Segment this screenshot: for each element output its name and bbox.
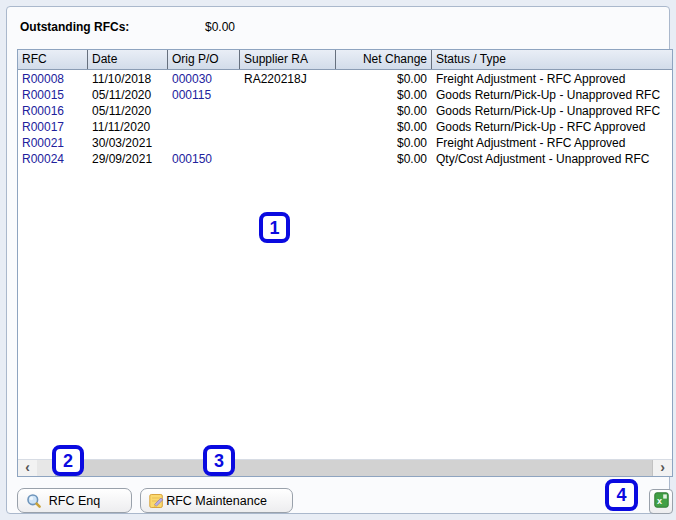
- callout-number: 4: [616, 486, 626, 504]
- callout-marker-1: 1: [259, 212, 290, 243]
- cell-status-type: Qty/Cost Adjustment - Unapproved RFC: [432, 151, 672, 167]
- table-row[interactable]: R00008 11/10/2018 000030 RA220218J $0.00…: [18, 71, 672, 87]
- cell-status-type: Freight Adjustment - RFC Approved: [432, 71, 672, 87]
- cell-date: 11/10/2018: [88, 71, 168, 87]
- cell-orig-po[interactable]: [168, 103, 240, 119]
- cell-date: 29/09/2021: [88, 151, 168, 167]
- cell-status-type: Goods Return/Pick-Up - Unapproved RFC: [432, 103, 672, 119]
- outstanding-rfcs-label: Outstanding RFCs:: [20, 20, 129, 34]
- callout-number: 2: [63, 452, 73, 470]
- callout-number: 1: [269, 219, 279, 237]
- column-header-rfc[interactable]: RFC: [18, 50, 88, 69]
- rfc-maintenance-button[interactable]: RFC Maintenance: [140, 488, 293, 513]
- cell-net-change: $0.00: [336, 103, 432, 119]
- table-row[interactable]: R00016 05/11/2020 $0.00 Goods Return/Pic…: [18, 103, 672, 119]
- table-row[interactable]: R00017 11/11/2020 $0.00 Goods Return/Pic…: [18, 119, 672, 135]
- cell-rfc[interactable]: R00016: [18, 103, 88, 119]
- magnifier-icon: [26, 493, 42, 509]
- cell-orig-po[interactable]: [168, 119, 240, 135]
- rfc-maintenance-label: RFC Maintenance: [166, 494, 267, 508]
- cell-rfc[interactable]: R00021: [18, 135, 88, 151]
- cell-supplier-ra: [240, 151, 336, 167]
- cell-orig-po[interactable]: 000150: [168, 151, 240, 167]
- outstanding-rfcs-value: $0.00: [205, 20, 235, 34]
- rfc-enq-label: RFC Enq: [49, 494, 100, 508]
- outstanding-rfcs-panel: Outstanding RFCs: $0.00 RFC Date Orig P/…: [6, 6, 670, 514]
- cell-net-change: $0.00: [336, 87, 432, 103]
- scroll-left-icon[interactable]: ‹: [18, 460, 37, 476]
- table-row[interactable]: R00015 05/11/2020 000115 $0.00 Goods Ret…: [18, 87, 672, 103]
- table-body: R00008 11/10/2018 000030 RA220218J $0.00…: [18, 71, 672, 459]
- cell-date: 05/11/2020: [88, 103, 168, 119]
- table-header-row: RFC Date Orig P/O Supplier RA Net Change…: [18, 50, 672, 70]
- callout-number: 3: [214, 452, 224, 470]
- cell-net-change: $0.00: [336, 119, 432, 135]
- cell-date: 30/03/2021: [88, 135, 168, 151]
- callout-marker-3: 3: [203, 445, 235, 476]
- cell-supplier-ra: [240, 103, 336, 119]
- cell-net-change: $0.00: [336, 151, 432, 167]
- note-pencil-icon: [149, 493, 165, 509]
- table-row[interactable]: R00021 30/03/2021 $0.00 Freight Adjustme…: [18, 135, 672, 151]
- cell-date: 05/11/2020: [88, 87, 168, 103]
- cell-date: 11/11/2020: [88, 119, 168, 135]
- column-header-supplier-ra[interactable]: Supplier RA: [240, 50, 336, 69]
- cell-supplier-ra: [240, 135, 336, 151]
- cell-net-change: $0.00: [336, 71, 432, 87]
- horizontal-scrollbar[interactable]: ‹ ›: [18, 459, 672, 476]
- cell-rfc[interactable]: R00015: [18, 87, 88, 103]
- scroll-right-icon[interactable]: ›: [653, 460, 672, 476]
- export-excel-button[interactable]: x: [649, 489, 673, 514]
- cell-orig-po[interactable]: 000115: [168, 87, 240, 103]
- cell-orig-po[interactable]: 000030: [168, 71, 240, 87]
- cell-status-type: Freight Adjustment - RFC Approved: [432, 135, 672, 151]
- cell-supplier-ra: [240, 87, 336, 103]
- cell-orig-po[interactable]: [168, 135, 240, 151]
- cell-status-type: Goods Return/Pick-Up - Unapproved RFC: [432, 87, 672, 103]
- cell-net-change: $0.00: [336, 135, 432, 151]
- scrollbar-thumb[interactable]: [55, 460, 653, 476]
- column-header-status-type[interactable]: Status / Type: [432, 50, 672, 69]
- table-row[interactable]: R00024 29/09/2021 000150 $0.00 Qty/Cost …: [18, 151, 672, 167]
- rfc-table: RFC Date Orig P/O Supplier RA Net Change…: [17, 49, 673, 477]
- cell-rfc[interactable]: R00017: [18, 119, 88, 135]
- cell-supplier-ra: [240, 119, 336, 135]
- column-header-date[interactable]: Date: [88, 50, 168, 69]
- svg-text:x: x: [657, 496, 662, 506]
- callout-marker-2: 2: [52, 445, 84, 476]
- rfc-enq-button[interactable]: RFC Enq: [17, 488, 132, 513]
- callout-marker-4: 4: [605, 479, 638, 511]
- cell-rfc[interactable]: R00008: [18, 71, 88, 87]
- cell-status-type: Goods Return/Pick-Up - RFC Approved: [432, 119, 672, 135]
- excel-icon: x: [654, 492, 669, 511]
- column-header-orig-po[interactable]: Orig P/O: [168, 50, 240, 69]
- column-header-net-change[interactable]: Net Change: [336, 50, 432, 69]
- cell-rfc[interactable]: R00024: [18, 151, 88, 167]
- cell-supplier-ra: RA220218J: [240, 71, 336, 87]
